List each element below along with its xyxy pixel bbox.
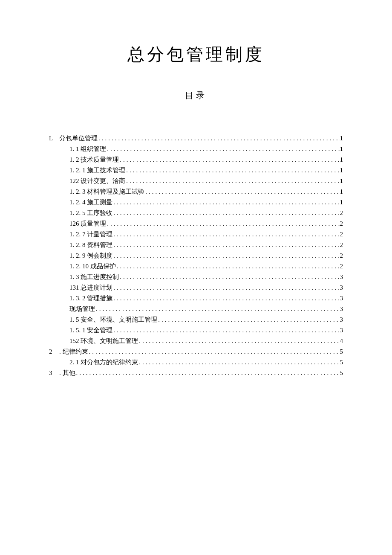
toc-entry-page: 2 <box>340 218 343 229</box>
toc-entry-page: 5 <box>340 368 343 378</box>
toc-entry-label: 2. 1 对分包方的纪律约束 <box>69 357 138 367</box>
toc-dots <box>119 272 340 282</box>
toc-entry: 1. 2. 10 成品保护2 <box>49 261 343 271</box>
toc-entry-label: 1. 1 组织管理 <box>69 144 106 154</box>
toc-dots <box>112 229 340 239</box>
toc-entry: 1. 2. 3 材料管理及施工试验1 <box>49 186 343 197</box>
toc-dots <box>98 133 340 143</box>
toc-entry: 1. 2. 5 工序验收2 <box>49 208 343 218</box>
toc-entry-page: 2 <box>340 261 343 271</box>
toc-entry-label: 152 环境、文明施工管理 <box>69 336 138 346</box>
toc-entry-label: L分包单位管理 <box>49 133 98 143</box>
toc-entry-label: 1. 3 施工进度控制 <box>69 272 119 282</box>
toc-entry-label: 2. 纪律约束 <box>49 346 88 357</box>
toc-entry: 122 设计变更、洽商1 <box>49 176 343 186</box>
toc-dots <box>138 357 340 367</box>
toc-entry: 2. 1 对分包方的纪律约束5 <box>49 357 343 367</box>
toc-dots <box>157 314 340 325</box>
toc-entry-label: 131 总进度计划 <box>69 282 112 293</box>
toc-entry-label: 1. 2. 9 例会制度 <box>69 250 112 261</box>
toc-entry-label: 1. 5. 1 安全管理 <box>69 325 112 335</box>
toc-entry-page: 1 <box>340 165 343 175</box>
toc-dots <box>119 154 340 165</box>
toc-entry-label: 1. 2. 3 材料管理及施工试验 <box>69 186 144 197</box>
toc-entry: 1. 2. 8 资料管理2 <box>49 240 343 250</box>
toc-entry: 现场管理3 <box>49 304 343 314</box>
toc-entry-page: 5 <box>340 346 343 357</box>
toc-dots <box>125 176 340 186</box>
toc-dots <box>112 325 340 335</box>
toc-entry-page: 3 <box>340 272 343 282</box>
toc-entry-page: 2 <box>340 250 343 261</box>
toc-entry: 1. 5. 1 安全管理3 <box>49 325 343 335</box>
toc-entry: 1. 2. 7 计量管理2 <box>49 229 343 239</box>
toc-entry: 3. 其他5 <box>49 368 343 378</box>
toc-dots <box>138 336 340 346</box>
toc-entry-page: 3 <box>340 293 343 303</box>
toc-entry-label: 1. 2. 4 施工测量 <box>69 197 112 207</box>
toc-dots <box>75 368 340 378</box>
toc-entry-page: 3 <box>340 304 343 314</box>
toc-entry-label: 1. 2 技术质量管理 <box>69 154 119 165</box>
toc-entry-label: 1. 2. 10 成品保护 <box>69 261 116 271</box>
toc-entry-page: 2 <box>340 240 343 250</box>
toc-entry-label: 1. 5 安全、环境、文明施工管理 <box>69 314 157 325</box>
toc-entry: 1. 3 施工进度控制3 <box>49 272 343 282</box>
toc-entry: 131 总进度计划3 <box>49 282 343 293</box>
toc-entry-label: 1. 2. 1 施工技术管理 <box>69 165 125 175</box>
toc-entry: 1. 1 组织管理1 <box>49 144 343 154</box>
toc-entry-label: 现场管理 <box>69 304 95 314</box>
toc-dots <box>112 293 340 303</box>
toc-entry-page: 1 <box>340 154 343 165</box>
toc-entry-label: 3. 其他 <box>49 368 75 378</box>
toc-entry-page: 3 <box>340 314 343 325</box>
toc-entry-label: 1. 2. 5 工序验收 <box>69 208 112 218</box>
toc-entry: 1. 2 技术质量管理1 <box>49 154 343 165</box>
toc-entry: 152 环境、文明施工管理4 <box>49 336 343 346</box>
toc-entry-page: 5 <box>340 357 343 367</box>
toc-entry: L分包单位管理1 <box>49 133 343 143</box>
toc-dots <box>125 165 340 175</box>
toc-entry: 1. 5 安全、环境、文明施工管理3 <box>49 314 343 325</box>
toc-dots <box>112 250 340 261</box>
toc-dots <box>106 218 340 229</box>
toc-dots <box>112 282 340 293</box>
table-of-contents: L分包单位管理11. 1 组织管理11. 2 技术质量管理11. 2. 1 施工… <box>49 133 343 378</box>
toc-entry: 1. 2. 1 施工技术管理1 <box>49 165 343 175</box>
toc-entry-page: 3 <box>340 282 343 293</box>
toc-dots <box>112 208 340 218</box>
toc-entry-prefix: 2 <box>49 346 55 357</box>
toc-entry-page: 2 <box>340 208 343 218</box>
toc-entry: 2. 纪律约束5 <box>49 346 343 357</box>
toc-entry-label: 1. 2. 7 计量管理 <box>69 229 112 239</box>
toc-entry-page: 1 <box>340 197 343 207</box>
toc-entry-label: 1. 2. 8 资料管理 <box>69 240 112 250</box>
toc-dots <box>112 197 340 207</box>
toc-entry: 1. 3. 2 管理措施3 <box>49 293 343 303</box>
toc-dots <box>144 186 340 197</box>
toc-dots <box>106 144 340 154</box>
toc-entry-label: 126 质量管理 <box>69 218 106 229</box>
toc-heading: 目录 <box>49 90 343 101</box>
toc-dots <box>112 240 340 250</box>
toc-entry: 1. 2. 9 例会制度2 <box>49 250 343 261</box>
toc-entry-page: 4 <box>340 336 343 346</box>
toc-dots <box>88 346 340 357</box>
toc-entry-label: 1. 3. 2 管理措施 <box>69 293 112 303</box>
page-title: 总分包管理制度 <box>49 43 343 66</box>
toc-entry-label: 122 设计变更、洽商 <box>69 176 125 186</box>
toc-entry-page: 1 <box>340 133 343 143</box>
toc-dots <box>95 304 340 314</box>
toc-entry-page: 3 <box>340 325 343 335</box>
toc-entry-page: 1 <box>340 144 343 154</box>
toc-entry-page: 1 <box>340 186 343 197</box>
toc-entry: 1. 2. 4 施工测量1 <box>49 197 343 207</box>
toc-entry: 126 质量管理2 <box>49 218 343 229</box>
toc-entry-page: 2 <box>340 229 343 239</box>
toc-entry-page: 1 <box>340 176 343 186</box>
toc-entry-prefix: L <box>49 133 55 143</box>
toc-dots <box>116 261 340 271</box>
toc-entry-prefix: 3 <box>49 368 55 378</box>
